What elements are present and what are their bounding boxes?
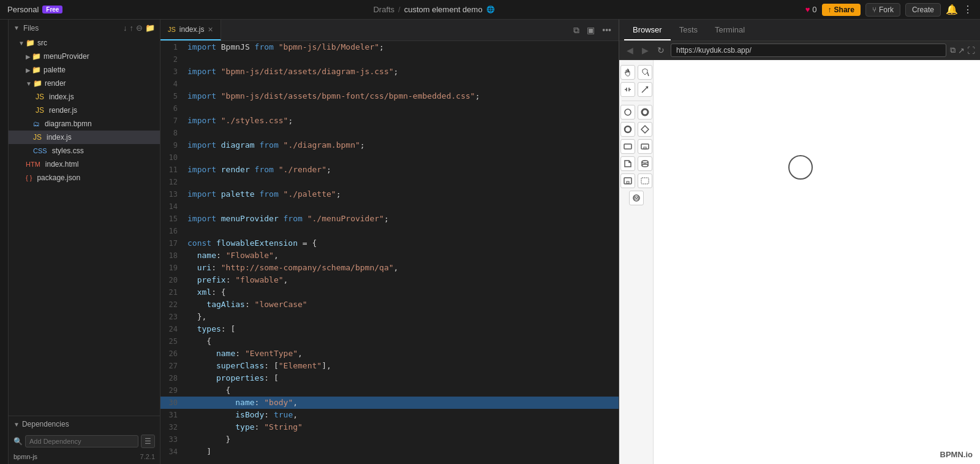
file-bpmn-icon: 🗂 <box>33 120 40 127</box>
chevron-icon: ▶ <box>26 67 31 74</box>
task-button[interactable] <box>620 139 635 154</box>
more-editor-options-button[interactable]: ••• <box>600 24 614 36</box>
search-icon: 🔍 <box>13 437 23 446</box>
split-vertical-button[interactable]: ⧉ <box>571 24 582 37</box>
code-line-27: 27 superClass: ["Element"], <box>160 360 619 372</box>
lasso-tool-button[interactable] <box>638 65 652 80</box>
open-in-new-button[interactable]: ⧉ <box>950 45 956 55</box>
code-line-10: 10 <box>160 151 619 164</box>
folder-icon: 📁 <box>32 52 41 61</box>
code-line-9: 9 import diagram from "./diagram.bpmn"; <box>160 139 619 151</box>
expanded-sub-button[interactable] <box>638 173 652 188</box>
tab-indexjs[interactable]: JS index.js × <box>160 20 221 40</box>
tree-item-render-indexjs[interactable]: JS index.js <box>9 90 160 104</box>
new-folder-icon[interactable]: 📁 <box>145 23 155 32</box>
end-event-button[interactable] <box>620 122 635 137</box>
tree-item-label: render <box>45 79 66 88</box>
bpmn-canvas[interactable] <box>654 60 980 464</box>
tree-item-render-renderjs[interactable]: JS render.js <box>9 104 160 117</box>
dep-name: bpmn-js <box>13 453 37 460</box>
svg-point-8 <box>642 109 648 115</box>
code-line-13: 13 import palette from "./palette"; <box>160 188 619 200</box>
sort-desc-icon[interactable]: ↓ <box>123 23 127 32</box>
heart-count[interactable]: ♥ 0 <box>805 5 817 14</box>
topbar-right: ♥ 0 ↑ Share ⑂ Fork Create 🔔 ⋮ <box>805 3 973 17</box>
code-line-5: 5 import "bpmn-js/dist/assets/bpmn-font/… <box>160 90 619 102</box>
share-button[interactable]: ↑ Share <box>822 4 861 16</box>
message-event-button[interactable] <box>629 191 644 205</box>
global-connect-button[interactable] <box>638 82 652 97</box>
sort-asc-icon[interactable]: ↑ <box>130 23 134 32</box>
breadcrumb-drafts[interactable]: Drafts <box>373 5 394 14</box>
svg-point-9 <box>625 126 631 132</box>
heart-icon: ♥ <box>805 5 810 14</box>
url-bar[interactable] <box>671 44 946 57</box>
palette-row-1 <box>620 65 652 80</box>
tree-item-label: menuProvider <box>43 52 89 61</box>
code-line-25: 25 { <box>160 335 619 348</box>
tree-item-palette[interactable]: ▶ 📁 palette <box>9 63 160 77</box>
sidebar: ▼ Files ↓ ↑ ⊖ 📁 ▼ 📁 src ▶ 📁 <box>9 20 160 464</box>
fullscreen-button[interactable]: ⛶ <box>967 45 975 55</box>
code-line-28: 28 properties: [ <box>160 372 619 384</box>
code-line-16: 16 <box>160 225 619 237</box>
hand-tool-button[interactable] <box>620 65 635 80</box>
more-options-button[interactable]: ⋮ <box>963 4 973 15</box>
start-event-button[interactable] <box>620 105 635 120</box>
start-event-filled-button[interactable] <box>638 105 652 120</box>
forward-button[interactable]: ▶ <box>639 44 651 56</box>
collapsed-sub-button[interactable] <box>620 173 635 188</box>
code-line-23: 23 }, <box>160 311 619 323</box>
file-tree: ▼ 📁 src ▶ 📁 menuProvider ▶ 📁 palette <box>9 36 160 416</box>
pop-out-button[interactable]: ↗ <box>958 45 965 55</box>
code-line-4: 4 <box>160 78 619 90</box>
palette-row-2 <box>620 82 652 97</box>
topbar: Personal Free Drafts / custom element de… <box>0 0 980 20</box>
tree-item-label: src <box>37 39 47 47</box>
tree-item-src[interactable]: ▼ 📁 src <box>9 36 160 50</box>
code-line-32: 32 type: "String" <box>160 421 619 433</box>
file-js-icon: JS <box>36 93 44 101</box>
code-line-22: 22 tagAlias: "lowerCase" <box>160 299 619 311</box>
tree-item-menuprovider[interactable]: ▶ 📁 menuProvider <box>9 50 160 63</box>
refresh-button[interactable]: ↻ <box>655 44 667 56</box>
code-line-29: 29 { <box>160 384 619 397</box>
right-panel: Browser Tests Terminal ◀ ▶ ↻ ⧉ ↗ ⛶ <box>619 20 980 464</box>
folder-icon: 📁 <box>33 79 42 88</box>
subprocess-button[interactable] <box>638 139 652 154</box>
tab-browser[interactable]: Browser <box>624 20 671 40</box>
tab-terminal[interactable]: Terminal <box>706 20 753 40</box>
bell-button[interactable]: 🔔 <box>946 4 958 15</box>
tree-item-packagejson[interactable]: { } package.json <box>9 171 160 184</box>
create-button[interactable]: Create <box>905 3 941 17</box>
dependencies-body: 🔍 ☰ bpmn-js 7.2.1 <box>9 432 160 464</box>
code-editor[interactable]: 1 import BpmnJS from "bpmn-js/lib/Modele… <box>160 41 619 464</box>
topbar-left: Personal Free <box>7 5 62 14</box>
bpmn-shape-circle[interactable] <box>788 155 813 180</box>
collapse-icon[interactable]: ⊖ <box>136 23 143 32</box>
tab-close-button[interactable]: × <box>208 25 213 34</box>
tree-item-indexhtml[interactable]: HTM index.html <box>9 158 160 171</box>
data-object-button[interactable] <box>620 156 635 171</box>
dependencies-header[interactable]: ▼ Dependencies <box>9 416 160 432</box>
palette-row-8 <box>629 191 644 205</box>
code-line-12: 12 <box>160 176 619 188</box>
tree-item-diagrambpmn[interactable]: 🗂 diagram.bpmn <box>9 117 160 131</box>
add-dependency-input[interactable] <box>25 435 138 447</box>
code-line-19: 19 uri: "http://some-company/schema/bpmn… <box>160 262 619 274</box>
space-tool-button[interactable] <box>620 82 635 97</box>
svg-point-14 <box>642 161 648 163</box>
tree-item-indexjs-active[interactable]: JS index.js <box>9 131 160 144</box>
back-button[interactable]: ◀ <box>624 44 636 56</box>
tree-item-render[interactable]: ▼ 📁 render <box>9 77 160 90</box>
fork-button[interactable]: ⑂ Fork <box>865 3 900 17</box>
tree-item-stylescss[interactable]: CSS styles.css <box>9 144 160 158</box>
list-icon-button[interactable]: ☰ <box>141 435 155 448</box>
files-chevron[interactable]: ▼ <box>13 25 20 31</box>
tab-tests[interactable]: Tests <box>671 20 706 40</box>
gateway-button[interactable] <box>638 122 652 137</box>
palette-row-7 <box>620 173 652 188</box>
data-store-button[interactable] <box>638 156 652 171</box>
split-horizontal-button[interactable]: ▣ <box>584 24 597 36</box>
file-css-icon: CSS <box>33 147 47 154</box>
